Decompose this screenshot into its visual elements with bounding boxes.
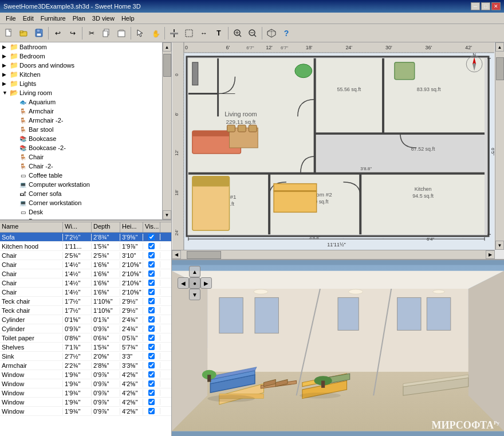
expand-bedroom[interactable]: ▶	[2, 53, 9, 59]
fp-scroll-down[interactable]: ▼	[495, 241, 504, 250]
table-row[interactable]: Toilet paper 0'8⅝" 0'6¾" 0'5⅞"	[0, 333, 171, 343]
visible-checkbox[interactable]	[148, 362, 155, 368]
nav-down-button[interactable]: ▼	[189, 289, 200, 300]
new-button[interactable]	[2, 26, 16, 40]
col-header-name[interactable]: Name	[0, 222, 63, 232]
table-row[interactable]: Chair 1'4½" 1'6⅝" 2'10⅝"	[0, 269, 171, 278]
cell-visible[interactable]	[143, 399, 160, 405]
visible-checkbox[interactable]	[148, 316, 155, 323]
cut-button[interactable]: ✂	[85, 26, 99, 40]
menu-3dview[interactable]: 3D view	[89, 14, 118, 23]
visible-checkbox[interactable]	[148, 353, 155, 359]
add-text-button[interactable]: T	[212, 26, 226, 40]
menu-furniture[interactable]: Furniture	[37, 14, 69, 23]
add-dimension-button[interactable]: ↔	[197, 26, 211, 40]
open-button[interactable]	[17, 26, 31, 40]
tree-item-barstool[interactable]: 🪑 Bar stool	[0, 125, 171, 134]
fp-scroll-up[interactable]: ▲	[495, 42, 504, 52]
add-room-button[interactable]	[182, 26, 196, 40]
visible-checkbox[interactable]	[148, 252, 155, 258]
visible-checkbox[interactable]	[148, 261, 155, 268]
close-button[interactable]: ✕	[491, 2, 501, 10]
visible-checkbox[interactable]	[148, 298, 155, 304]
visible-checkbox[interactable]	[148, 408, 155, 414]
tree-item-aquarium[interactable]: 🐟 Aquarium	[0, 97, 171, 107]
cell-visible[interactable]	[143, 316, 160, 323]
tree-item-bookcase[interactable]: 📚 Bookcase	[0, 134, 171, 143]
table-row[interactable]: Window 1'9¾" 0'9⅞" 4'2⅝"	[0, 370, 171, 379]
cell-visible[interactable]	[143, 344, 160, 350]
visible-checkbox[interactable]	[148, 399, 155, 405]
tree-scroll[interactable]: ▶ 📁 Bathroom ▶ 📁 Bedroom ▶ 📁 Doors and w…	[0, 42, 171, 219]
copy-button[interactable]	[100, 26, 113, 40]
table-row[interactable]: Chair 2'5¾" 2'5¾" 3'10"	[0, 251, 171, 260]
cell-visible[interactable]	[143, 289, 160, 295]
table-row[interactable]: Chair 1'4½" 1'6⅝" 2'10⅝"	[0, 288, 171, 297]
tree-item-cornerws[interactable]: 💻 Corner workstation	[0, 198, 171, 207]
3d-view-button[interactable]	[265, 26, 278, 40]
add-wall-button[interactable]	[167, 26, 181, 40]
cell-visible[interactable]	[143, 380, 160, 387]
redo-button[interactable]: ↪	[66, 26, 80, 40]
fp-scroll-left[interactable]: ◀	[172, 250, 181, 259]
minimize-button[interactable]: ─	[471, 2, 480, 10]
tree-item-chair[interactable]: 🪑 Chair	[0, 152, 171, 162]
visible-checkbox[interactable]	[148, 270, 155, 277]
cell-visible[interactable]	[143, 280, 160, 286]
cell-visible[interactable]	[143, 335, 160, 341]
table-row[interactable]: Chair 1'4½" 1'6⅝" 2'10⅝"	[0, 260, 171, 269]
visible-checkbox[interactable]	[148, 380, 155, 387]
table-row[interactable]: Teck chair 1'7½" 1'10⅝" 2'9½"	[0, 297, 171, 306]
visible-checkbox[interactable]	[148, 307, 155, 313]
cell-visible[interactable]	[143, 270, 160, 277]
table-row[interactable]: Sofa 7'2½" 2'8¾" 3'9⅝"	[0, 233, 171, 242]
cell-visible[interactable]	[143, 408, 160, 414]
tree-item-armchair2[interactable]: 🪑 Armchair -2-	[0, 116, 171, 125]
nav-up-button[interactable]: ▲	[189, 266, 200, 277]
maximize-button[interactable]: □	[481, 2, 490, 10]
undo-button[interactable]: ↩	[51, 26, 65, 40]
tree-category-doors[interactable]: ▶ 📁 Doors and windows	[0, 61, 171, 70]
visible-checkbox[interactable]	[148, 289, 155, 295]
table-row[interactable]: Cylinder 0'9⅞" 0'9⅞" 2'4¾"	[0, 324, 171, 333]
table-row[interactable]: Sink 2'7½" 2'0⅝" 3'3"	[0, 352, 171, 361]
visible-checkbox[interactable]	[148, 390, 155, 396]
fp-scroll-thumb-v[interactable]	[496, 57, 504, 80]
expand-kitchen[interactable]: ▶	[2, 72, 9, 77]
cell-visible[interactable]	[143, 252, 160, 258]
table-row[interactable]: Cylinder 0'1⅝" 0'1⅞" 2'4¾"	[0, 315, 171, 324]
expand-doors[interactable]: ▶	[2, 62, 9, 68]
table-row[interactable]: Window 1'9¾" 0'9⅞" 4'2⅝"	[0, 407, 171, 416]
cell-visible[interactable]	[143, 390, 160, 396]
pan-button[interactable]: ✋	[148, 26, 162, 40]
tree-category-living[interactable]: ▼ 📂 Living room	[0, 88, 171, 97]
menu-plan[interactable]: Plan	[69, 14, 89, 23]
expand-bathroom[interactable]: ▶	[2, 44, 9, 50]
zoom-in-button[interactable]	[231, 26, 245, 40]
table-row[interactable]: Armchair 2'2¾" 2'8⅝" 3'3⅝"	[0, 361, 171, 370]
table-row[interactable]: Kitchen hood 1'11... 1'5¾" 1'9⅞"	[0, 242, 171, 251]
cell-visible[interactable]	[143, 371, 160, 378]
cell-visible[interactable]	[143, 261, 160, 268]
zoom-out-button[interactable]	[246, 26, 259, 40]
select-button[interactable]	[133, 26, 147, 40]
tree-category-bathroom[interactable]: ▶ 📁 Bathroom	[0, 42, 171, 52]
help-button[interactable]: ?	[279, 26, 293, 40]
visible-checkbox[interactable]	[148, 243, 155, 249]
table-row[interactable]: Window 1'9¾" 0'9⅞" 4'2⅝"	[0, 398, 171, 407]
visible-checkbox[interactable]	[148, 371, 155, 378]
furniture-table-body[interactable]: Sofa 7'2½" 2'8¾" 3'9⅝" Kitchen hood 1'11…	[0, 233, 171, 436]
floorplan-view[interactable]: 0 6' 12' 18' 24' 30' 36' 42' 6'7" 6'7" 0…	[172, 42, 504, 260]
visible-checkbox[interactable]	[148, 335, 155, 341]
save-button[interactable]	[32, 26, 46, 40]
menu-edit[interactable]: Edit	[19, 14, 37, 23]
col-header-depth[interactable]: Depth	[92, 222, 120, 232]
expand-lights[interactable]: ▶	[2, 81, 9, 87]
table-row[interactable]: Teck chair 1'7½" 1'10⅝" 2'9½"	[0, 306, 171, 315]
visible-checkbox[interactable]	[148, 234, 155, 240]
cell-visible[interactable]	[143, 307, 160, 313]
3d-view[interactable]: ▲ ▼ ◀ ▶ ● МИРСОФТАРу	[172, 260, 504, 436]
table-row[interactable]: Window 1'9¾" 0'9⅞" 4'2⅝"	[0, 379, 171, 388]
menu-file[interactable]: File	[2, 14, 19, 23]
tree-category-bedroom[interactable]: ▶ 📁 Bedroom	[0, 52, 171, 61]
